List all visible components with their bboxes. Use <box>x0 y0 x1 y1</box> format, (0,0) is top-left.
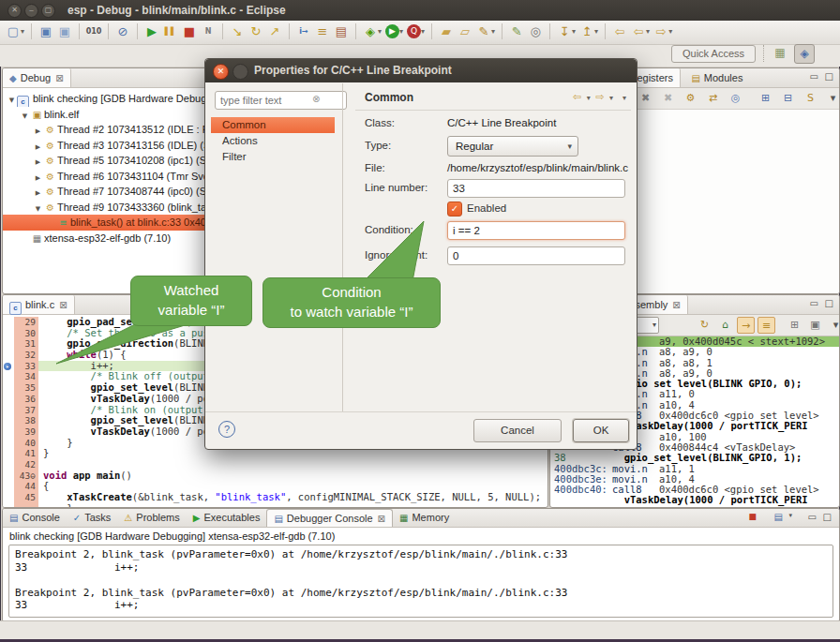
maximize-icon[interactable]: □ <box>825 71 833 82</box>
home-icon[interactable]: ⌂ <box>716 317 734 334</box>
breakpoint-types-icon[interactable]: ▤ <box>332 22 351 41</box>
new-wizard-icon[interactable]: ▢ <box>4 22 22 41</box>
ignore-count-input[interactable] <box>447 246 625 265</box>
minimize-icon[interactable]: ▭ <box>810 298 818 308</box>
tab-blink-c[interactable]: cblink.c⊠ <box>3 295 75 314</box>
tab-memory[interactable]: ▦Memory <box>393 509 456 526</box>
close-icon[interactable]: ⊠ <box>55 73 63 83</box>
forward-dropdown-icon[interactable]: ▾ <box>668 21 672 43</box>
close-icon[interactable]: ⊠ <box>59 300 67 310</box>
expander-closed-icon[interactable]: ▶ <box>33 171 43 185</box>
dialog-nav-common[interactable]: Common <box>211 117 335 133</box>
external-tools-dropdown-icon[interactable]: ▾ <box>421 21 425 43</box>
copy-view-icon[interactable]: ▣ <box>806 317 824 334</box>
expander-open-icon[interactable]: ▼ <box>33 202 43 216</box>
type-select[interactable]: Regular▾ <box>447 136 578 157</box>
minimize-icon[interactable]: ▭ <box>810 71 818 82</box>
dialog-nav-actions[interactable]: Actions <box>211 133 335 149</box>
tab-modules[interactable]: ▤Modules <box>684 68 749 87</box>
disconnect-icon[interactable]: N <box>199 22 218 41</box>
console-output[interactable]: Breakpoint 2, blink_task (pvParameter=0x… <box>8 545 833 618</box>
tab-console[interactable]: ▤Console <box>3 509 67 526</box>
open-element-icon[interactable]: ▰ <box>437 22 456 41</box>
run-dropdown-icon[interactable]: ▾ <box>399 21 403 43</box>
breakpoint-gutter[interactable]: ▸ <box>3 361 14 372</box>
remove-all-icon[interactable]: ✖ <box>659 90 677 107</box>
sync-active-context-icon[interactable]: → <box>737 317 755 334</box>
window-close-button[interactable]: ✕ <box>8 4 22 18</box>
save-all-icon[interactable]: ▣ <box>55 22 74 41</box>
debug-dropdown-icon[interactable]: ▾ <box>378 21 382 43</box>
expander-open-icon[interactable]: ▼ <box>20 109 30 123</box>
refresh-icon[interactable]: ↻ <box>696 317 713 334</box>
back-icon[interactable]: ⇦ <box>629 22 648 41</box>
expander-closed-icon[interactable]: ▶ <box>33 124 43 138</box>
instruction-stepping-icon[interactable]: i→ <box>294 22 313 41</box>
terminate-icon[interactable]: ■ <box>180 22 199 41</box>
format-icon[interactable]: ✎ <box>507 22 526 41</box>
remove-selected-icon[interactable]: ✖ <box>637 90 654 107</box>
cast-icon[interactable]: S <box>802 90 819 107</box>
breakpoint-icon[interactable]: ▸ <box>4 363 11 370</box>
expander-open-icon[interactable]: ▼ <box>7 93 17 107</box>
pin-editor-icon[interactable]: ↥ <box>578 22 596 41</box>
resume-icon[interactable]: ▶ <box>142 22 161 41</box>
expander-closed-icon[interactable]: ▶ <box>33 140 43 154</box>
last-edit-location-icon[interactable]: ↧ <box>555 22 574 41</box>
tab-problems[interactable]: ⚠Problems <box>117 509 186 526</box>
nav-arrows[interactable]: ⇦ ▾ ⇨ ▾ ▾ <box>573 91 627 103</box>
annotate-dropdown-icon[interactable]: ▾ <box>491 21 495 43</box>
debug-icon[interactable]: ◈ <box>361 22 380 41</box>
expander-closed-icon[interactable]: ▶ <box>33 186 43 200</box>
step-over-icon[interactable]: ↻ <box>247 22 265 41</box>
expander-closed-icon[interactable]: ▶ <box>33 155 43 169</box>
condition-input[interactable] <box>447 221 625 240</box>
pin-view-icon[interactable]: ◎ <box>727 90 744 107</box>
expand-all-icon[interactable]: ⊞ <box>757 90 774 107</box>
chevron-down-icon[interactable]: ▾ <box>652 318 656 333</box>
tab-tasks[interactable]: ✓Tasks <box>67 509 118 526</box>
enabled-checkbox[interactable]: ✓ <box>447 202 462 216</box>
back-dropdown-icon[interactable]: ▾ <box>646 21 650 43</box>
show-execution-icon[interactable]: ≡ <box>313 22 332 41</box>
debug-perspective-icon[interactable]: ◈ <box>794 44 815 64</box>
close-icon[interactable]: ⊠ <box>378 514 385 524</box>
help-icon[interactable]: ? <box>218 421 235 438</box>
maximize-icon[interactable]: □ <box>825 298 833 308</box>
view-menu-icon[interactable]: ▾ <box>827 317 840 334</box>
settings-icon[interactable]: ⚙ <box>682 90 699 107</box>
maximize-icon[interactable]: □ <box>823 512 832 522</box>
view-menu-icon[interactable]: ▾ <box>824 90 840 107</box>
filter-input[interactable] <box>215 91 347 110</box>
dialog-close-button[interactable]: ✕ <box>213 64 229 80</box>
step-return-icon[interactable]: ↗ <box>265 22 284 41</box>
run-icon[interactable]: ▶ <box>385 24 399 38</box>
window-minimize-button[interactable]: – <box>24 4 38 18</box>
chevron-down-icon[interactable]: ▾ <box>788 512 792 519</box>
minimize-icon[interactable]: ▭ <box>808 512 817 522</box>
export-icon[interactable]: ⇄ <box>704 90 722 107</box>
binary-icon[interactable]: 010 <box>84 22 103 41</box>
skip-breakpoints-icon[interactable]: ⊘ <box>113 22 132 41</box>
open-new-view-icon[interactable]: ⊞ <box>786 317 803 334</box>
window-maximize-button[interactable]: ▢ <box>41 4 55 18</box>
ok-button[interactable]: OK <box>573 419 629 442</box>
display-console-icon[interactable]: ▤ <box>774 512 783 522</box>
new-wizard-dropdown-icon[interactable]: ▾ <box>21 21 24 43</box>
external-tools-icon[interactable]: Q <box>407 24 421 38</box>
quick-access-button[interactable]: Quick Access <box>671 45 756 63</box>
clear-filter-icon[interactable]: ⊗ <box>312 94 320 104</box>
dialog-minimize-button[interactable] <box>232 64 248 80</box>
last-location-icon[interactable]: ⇦ <box>610 22 629 41</box>
save-icon[interactable]: ▣ <box>37 22 55 41</box>
open-perspective-icon[interactable]: ▦ <box>771 44 789 62</box>
suspend-icon[interactable]: ▌▌ <box>161 22 180 41</box>
forward-icon[interactable]: ⇨ <box>652 22 670 41</box>
dialog-nav-filter[interactable]: Filter <box>211 149 335 165</box>
tab-debugger-console[interactable]: ▤Debugger Console⊠ <box>266 509 393 527</box>
last-edit-location-dropdown-icon[interactable]: ▾ <box>572 21 576 43</box>
close-icon[interactable]: ⊠ <box>672 300 680 310</box>
pin-editor-dropdown-icon[interactable]: ▾ <box>594 21 598 43</box>
tab-debug[interactable]: ◆Debug⊠ <box>3 68 71 87</box>
terminate-icon[interactable]: ■ <box>748 512 757 521</box>
